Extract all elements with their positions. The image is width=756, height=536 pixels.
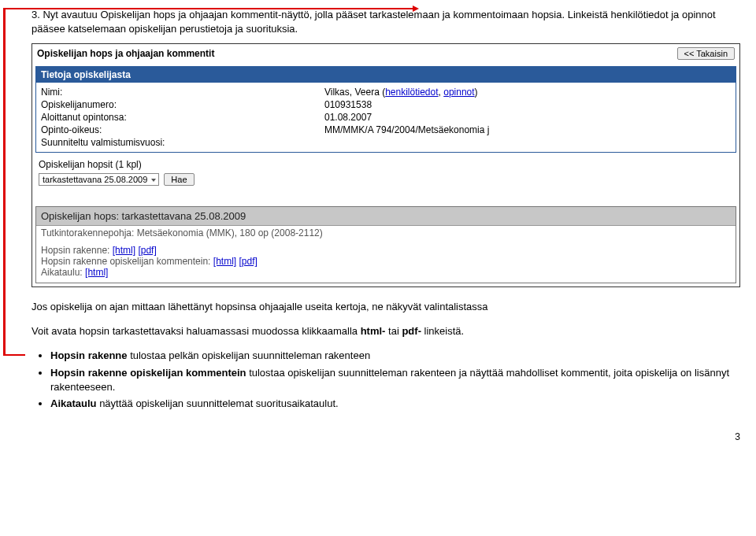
row-value: Vilkas, Veera (henkilötiedot, opinnot)	[324, 87, 731, 98]
row-label: Opiskelijanumero:	[41, 99, 324, 110]
hops-select[interactable]: tarkastettavana 25.08.2009	[39, 173, 159, 186]
list-item: Hopsin rakenne tulostaa pelkän opiskelij…	[50, 349, 740, 363]
annotation-line	[3, 8, 413, 9]
app-title: Opiskelijan hops ja ohjaajan kommentit	[37, 48, 214, 59]
link-henkilotiedot[interactable]: henkilötiedot	[385, 87, 438, 98]
list-item: Aikataulu näyttää opiskelijan suunnittel…	[50, 397, 740, 411]
table-row: Opiskelijanumero: 010931538	[41, 98, 731, 111]
bullet-list: Hopsin rakenne tulostaa pelkän opiskelij…	[32, 349, 740, 410]
list-item: Hopsin rakenne opiskelijan kommentein tu…	[50, 366, 740, 394]
link-row: Hopsin rakenne: [html] [pdf]	[41, 245, 731, 256]
table-row: Aloittanut opintonsa: 01.08.2007	[41, 111, 731, 124]
hae-button[interactable]: Hae	[164, 173, 194, 186]
annotation-line	[3, 354, 25, 356]
link-row-label: Aikataulu:	[41, 267, 83, 278]
page-number: 3	[0, 425, 756, 445]
row-label: Aloittanut opintonsa:	[41, 112, 324, 123]
hops-count-label: Opiskelijan hopsit (1 kpl)	[39, 159, 142, 170]
link-row: Hopsin rakenne opiskelijan kommentein: […	[41, 256, 731, 267]
link-pdf[interactable]: [pdf]	[138, 245, 156, 256]
explanation-text: Jos opiskelija on ajan mittaan lähettäny…	[32, 300, 740, 314]
link-html[interactable]: [html]	[113, 245, 135, 256]
instruction-text: 3. Nyt avautuu Opiskelijan hops ja ohjaa…	[32, 8, 740, 35]
student-info-title: Tietoja opiskelijasta	[36, 67, 736, 83]
table-row: Opinto-oikeus: MM/MMK/A 794/2004/Metsäek…	[41, 124, 731, 136]
row-value	[324, 137, 731, 148]
table-row: Suunniteltu valmistumisvuosi:	[41, 136, 731, 149]
hops-selector-row: Opiskelijan hopsit (1 kpl)	[32, 156, 739, 173]
row-label: Suunniteltu valmistumisvuosi:	[41, 137, 324, 148]
student-info-panel: Tietoja opiskelijasta Nimi: Vilkas, Veer…	[35, 66, 736, 153]
hops-links-block: Hopsin rakenne: [html] [pdf] Hopsin rake…	[36, 240, 736, 283]
row-value: MM/MMK/A 794/2004/Metsäekonomia j	[324, 124, 731, 135]
row-value: 01.08.2007	[324, 112, 731, 123]
student-name: Vilkas, Veera	[324, 87, 380, 98]
row-label: Nimi:	[41, 87, 324, 98]
link-html[interactable]: [html]	[85, 267, 108, 278]
app-window: Opiskelijan hops ja ohjaajan kommentit <…	[32, 43, 740, 287]
app-header: Opiskelijan hops ja ohjaajan kommentit <…	[32, 44, 739, 63]
hops-selector-controls: tarkastettavana 25.08.2009 Hae	[32, 173, 739, 189]
hops-detail-panel: Opiskelijan hops: tarkastettavana 25.08.…	[35, 206, 736, 283]
table-row: Nimi: Vilkas, Veera (henkilötiedot, opin…	[41, 86, 731, 98]
back-button[interactable]: << Takaisin	[677, 47, 735, 60]
explanation-text: Voit avata hopsin tarkastettavaksi halua…	[32, 324, 740, 338]
hops-detail-title: Opiskelijan hops: tarkastettavana 25.08.…	[36, 207, 736, 226]
link-pdf[interactable]: [pdf]	[239, 256, 257, 267]
link-row-label: Hopsin rakenne opiskelijan kommentein:	[41, 256, 210, 267]
row-label: Opinto-oikeus:	[41, 124, 324, 135]
annotation-line	[3, 8, 6, 354]
arrow-right-icon	[413, 6, 419, 12]
link-opinnot[interactable]: opinnot	[443, 87, 474, 98]
hops-detail-subtitle: Tutkintorakennepohja: Metsäekonomia (MMK…	[36, 226, 736, 240]
row-value: 010931538	[324, 99, 731, 110]
link-row: Aikataulu: [html]	[41, 267, 731, 278]
link-row-label: Hopsin rakenne:	[41, 245, 109, 256]
student-info-body: Nimi: Vilkas, Veera (henkilötiedot, opin…	[36, 83, 736, 152]
link-html[interactable]: [html]	[213, 256, 236, 267]
